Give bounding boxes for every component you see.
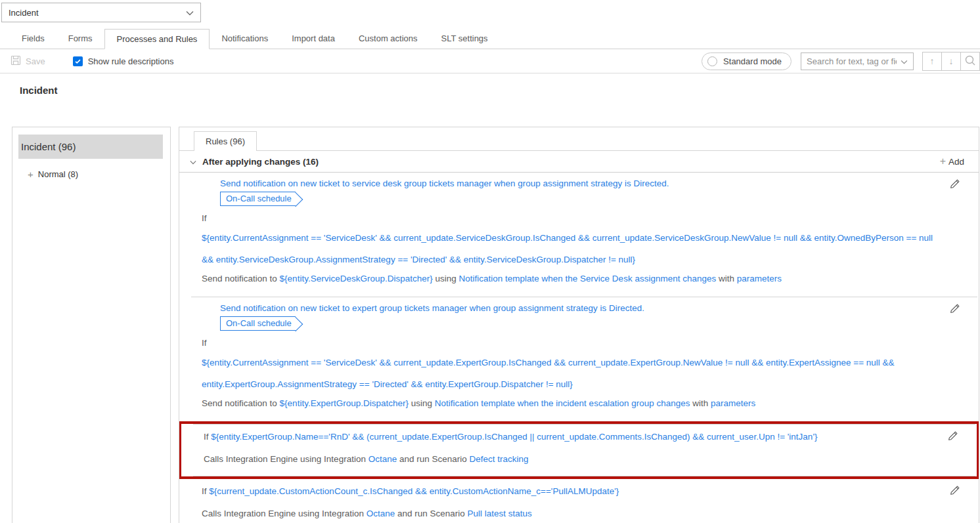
save-button[interactable]: Save xyxy=(11,55,45,68)
save-label: Save xyxy=(26,56,45,66)
save-icon xyxy=(11,55,21,68)
add-label: Add xyxy=(948,157,964,167)
rules-panel: Rules (96) After applying changes (16) +… xyxy=(179,127,979,523)
sidebar-item-incident-96[interactable]: Incident (96) xyxy=(18,135,163,159)
rule-link[interactable]: ${entity.ServiceDeskGroup.Dispatcher} xyxy=(280,274,433,283)
rules-panel-tabs: Rules (96) xyxy=(179,127,979,151)
arrow-down-icon: ↓ xyxy=(949,56,954,66)
rule-link[interactable]: Octane xyxy=(368,454,397,464)
rule-link[interactable]: parameters xyxy=(737,274,782,283)
find-previous-button[interactable]: ↑ xyxy=(922,52,942,71)
rule-link[interactable]: Notification template when the incident … xyxy=(435,398,690,408)
rule-tag[interactable]: On-Call schedule xyxy=(220,316,296,331)
rule-link[interactable]: ${entity.ExpertGroup.Name=='RnD' && (cur… xyxy=(211,432,817,442)
chevron-down-icon xyxy=(186,8,194,18)
highlight-box: If ${entity.ExpertGroup.Name=='RnD' && (… xyxy=(179,421,979,479)
tab-custom-actions[interactable]: Custom actions xyxy=(347,29,430,49)
tab-rules[interactable]: Rules (96) xyxy=(194,131,257,151)
rule-text: and run Scenario xyxy=(395,509,467,518)
rule-line-cond: ${entity.CurrentAssignment == 'ServiceDe… xyxy=(202,352,939,395)
rule: If ${current_update.CustomActionCount_c.… xyxy=(179,479,979,523)
chevron-down-icon[interactable] xyxy=(901,55,908,67)
find-next-button[interactable]: ↓ xyxy=(941,52,961,71)
edit-pencil-icon[interactable] xyxy=(949,303,960,316)
rule-text: and run Scenario xyxy=(397,454,469,464)
rule-text: If xyxy=(204,432,211,442)
rule-line-calls: Calls Integration Engine using Integrati… xyxy=(202,508,939,520)
category-panel: Incident (96)+Normal (8) xyxy=(12,127,171,523)
page-title: Incident xyxy=(20,85,980,96)
edit-pencil-icon[interactable] xyxy=(947,430,958,444)
section-header[interactable]: After applying changes (16) + Add xyxy=(179,151,979,173)
expand-plus-icon[interactable]: + xyxy=(28,169,33,180)
tab-notifications[interactable]: Notifications xyxy=(210,29,280,49)
rule-text: If xyxy=(202,486,209,496)
rule-link[interactable]: ${entity.ExpertGroup.Dispatcher} xyxy=(280,398,409,408)
rule-line-action: Send notification to ${entity.ExpertGrou… xyxy=(202,398,939,409)
app: { "type_selector": { "value": "Incident"… xyxy=(0,0,980,523)
rule-line-ifcond: If ${entity.ExpertGroup.Name=='RnD' && (… xyxy=(204,431,937,443)
tab-fields[interactable]: Fields xyxy=(10,29,56,49)
find-buttons: ↑ ↓ xyxy=(923,52,980,71)
rule-link[interactable]: Octane xyxy=(367,509,395,518)
rule: Send notification on new ticket to servi… xyxy=(179,173,979,297)
rule-description[interactable]: Send notification on new ticket to exper… xyxy=(220,303,939,314)
rule-tag-row: On-Call schedule xyxy=(220,316,939,331)
standard-mode-label: Standard mode xyxy=(723,56,782,66)
show-rule-descriptions-group: Show rule descriptions xyxy=(73,56,174,66)
tab-forms[interactable]: Forms xyxy=(56,29,104,49)
rule-link[interactable]: Notification template when the Service D… xyxy=(459,274,717,283)
search-input[interactable] xyxy=(807,56,897,66)
rule-link[interactable]: parameters xyxy=(711,398,755,408)
rule-description[interactable]: Send notification on new ticket to servi… xyxy=(220,178,939,190)
sidebar-item-label: Incident (96) xyxy=(21,141,76,152)
chevron-down-icon[interactable] xyxy=(190,156,196,167)
sidebar-item-normal-8[interactable]: +Normal (8) xyxy=(12,169,170,180)
rule-text: with xyxy=(716,274,737,283)
edit-pencil-icon[interactable] xyxy=(949,178,960,192)
rule-line-cond: ${entity.CurrentAssignment == 'ServiceDe… xyxy=(202,227,939,270)
rule-line-calls: Calls Integration Engine using Integrati… xyxy=(204,453,937,465)
search-icon xyxy=(965,55,975,68)
radio-icon xyxy=(707,56,717,66)
rule-link[interactable]: ${entity.CurrentAssignment == 'ServiceDe… xyxy=(202,358,895,389)
rule-text: using xyxy=(409,398,435,408)
rule-text: If xyxy=(202,213,207,223)
arrow-up-icon: ↑ xyxy=(930,56,935,66)
rule-line-if: If xyxy=(202,213,939,224)
rule-link[interactable]: Defect tracking xyxy=(470,454,529,464)
rule-link[interactable]: Pull latest status xyxy=(468,509,532,518)
tab-import-data[interactable]: Import data xyxy=(280,29,347,49)
rule-link[interactable]: ${current_update.CustomActionCount_c.IsC… xyxy=(209,486,619,496)
rule-text: with xyxy=(690,398,711,408)
toolbar-right: Standard mode ↑ ↓ xyxy=(702,52,980,71)
rule-text: If xyxy=(202,338,207,348)
rule-text: Send notification to xyxy=(202,398,280,408)
search-button[interactable] xyxy=(960,52,980,71)
tab-slt-settings[interactable]: SLT settings xyxy=(430,29,500,49)
search-box xyxy=(801,52,914,70)
plus-icon: + xyxy=(940,156,946,167)
toolbar: Save Show rule descriptions Standard mod… xyxy=(0,49,980,73)
section-title: After applying changes (16) xyxy=(202,157,319,167)
edit-pencil-icon[interactable] xyxy=(949,485,960,498)
rule: Send notification on new ticket to exper… xyxy=(179,297,979,421)
tab-bar: FieldsFormsProcesses and RulesNotificati… xyxy=(0,29,980,49)
add-rule-button[interactable]: + Add xyxy=(940,156,964,167)
tab-processes-and-rules[interactable]: Processes and Rules xyxy=(104,29,210,49)
sidebar-item-label: Normal (8) xyxy=(38,169,78,179)
record-type-dropdown[interactable]: Incident xyxy=(1,3,201,22)
standard-mode-toggle[interactable]: Standard mode xyxy=(702,52,791,70)
rules-list: Send notification on new ticket to servi… xyxy=(179,173,979,523)
category-list: Incident (96)+Normal (8) xyxy=(12,135,170,180)
rule-link[interactable]: ${entity.CurrentAssignment == 'ServiceDe… xyxy=(202,233,933,264)
show-rule-descriptions-label: Show rule descriptions xyxy=(88,56,174,66)
rule-line-ifcond: If ${current_update.CustomActionCount_c.… xyxy=(202,486,939,497)
rule-text: Calls Integration Engine using Integrati… xyxy=(204,454,368,464)
rule: If ${entity.ExpertGroup.Name=='RnD' && (… xyxy=(181,425,977,476)
show-rule-descriptions-checkbox[interactable] xyxy=(73,56,83,66)
rule-line-if: If xyxy=(202,337,939,349)
rule-text: using xyxy=(433,274,459,283)
rule-tag[interactable]: On-Call schedule xyxy=(220,192,296,206)
record-type-value: Incident xyxy=(9,8,39,18)
